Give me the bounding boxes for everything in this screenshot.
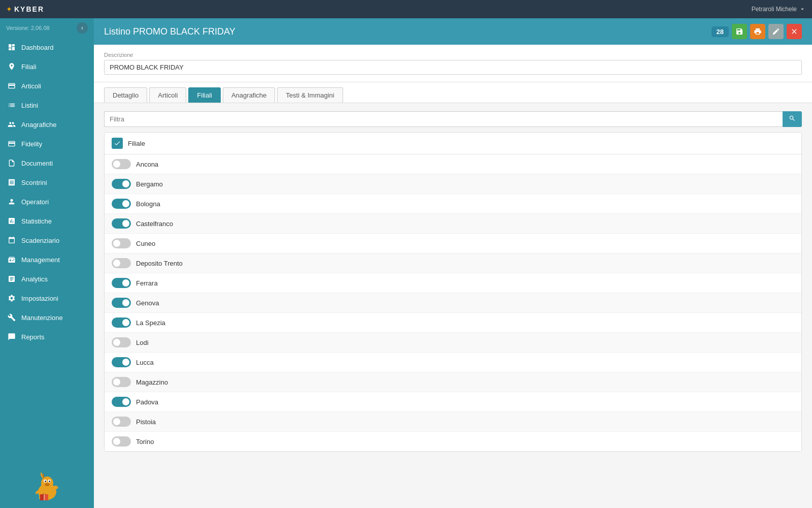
- filiali-row: Bologna: [105, 194, 801, 214]
- filter-search-button[interactable]: [783, 111, 802, 127]
- sidebar-item-impostazioni[interactable]: Impostazioni: [0, 289, 94, 308]
- analytics-icon: [7, 274, 16, 283]
- sidebar-item-filiali[interactable]: Filiali: [0, 57, 94, 76]
- sidebar-item-statistiche[interactable]: Statistiche: [0, 211, 94, 231]
- filiali-icon: [7, 62, 16, 71]
- toggle-slider: [112, 199, 131, 209]
- statistiche-icon: [7, 216, 16, 226]
- print-icon: [754, 27, 762, 36]
- form-area: Descrizione: [94, 45, 812, 82]
- sidebar-item-anagrafiche[interactable]: Anagrafiche: [0, 115, 94, 134]
- edit-icon: [772, 27, 780, 36]
- description-input[interactable]: [104, 60, 802, 75]
- sidebar-item-listini[interactable]: Listini: [0, 96, 94, 115]
- dashboard-icon: [7, 43, 16, 52]
- filiale-name: Ancona: [136, 161, 158, 168]
- sidebar-item-articoli[interactable]: Articoli: [0, 76, 94, 96]
- operatori-icon: [7, 197, 16, 206]
- sidebar-item-label: Documenti: [21, 160, 53, 167]
- select-all-checkbox[interactable]: [112, 138, 123, 149]
- sidebar-item-label: Operatori: [21, 198, 49, 206]
- sidebar-nav: Dashboard Filiali Articoli: [0, 38, 94, 463]
- toggle-bergamo[interactable]: [112, 179, 131, 189]
- filiali-table-header: Filiale: [105, 133, 801, 154]
- edit-button[interactable]: [768, 24, 784, 39]
- filiale-name: Ferrara: [136, 279, 158, 287]
- tab-filiali[interactable]: Filiali: [188, 87, 221, 103]
- delete-button[interactable]: [787, 24, 802, 39]
- print-button[interactable]: [750, 24, 765, 39]
- anagrafiche-icon: [7, 120, 16, 129]
- filiale-name: Bergamo: [136, 180, 163, 188]
- filiali-row: Castelfranco: [105, 214, 801, 234]
- sidebar-item-scontrini[interactable]: Scontrini: [0, 173, 94, 192]
- toggle-genova[interactable]: [112, 298, 131, 308]
- save-icon: [735, 27, 743, 36]
- sidebar-item-label: Anagrafiche: [21, 121, 56, 129]
- sidebar-item-label: Analytics: [21, 275, 48, 283]
- filiale-name: Lucca: [136, 359, 154, 366]
- filiale-name: Cuneo: [136, 240, 155, 247]
- sidebar-item-analytics[interactable]: Analytics: [0, 269, 94, 289]
- sidebar-item-fidelity[interactable]: Fidelity: [0, 134, 94, 153]
- toggle-slider: [112, 318, 131, 328]
- save-button[interactable]: [732, 24, 747, 39]
- filiali-row: La Spezia: [105, 313, 801, 333]
- toggle-lucca[interactable]: [112, 357, 131, 367]
- sidebar-item-dashboard[interactable]: Dashboard: [0, 38, 94, 57]
- app-name: KYBER: [14, 5, 44, 13]
- toggle-cuneo[interactable]: [112, 238, 131, 248]
- tab-anagrafiche[interactable]: Anagrafiche: [223, 87, 275, 103]
- fidelity-icon: [7, 139, 16, 148]
- toggle-deposito-trento[interactable]: [112, 258, 131, 268]
- listini-icon: [7, 101, 16, 110]
- tab-dettaglio[interactable]: Dettaglio: [104, 87, 147, 103]
- tab-testi-immagini[interactable]: Testi & Immagini: [277, 87, 343, 103]
- sidebar-collapse-button[interactable]: ‹: [77, 22, 88, 34]
- svg-point-6: [45, 483, 50, 486]
- toggle-torino[interactable]: [112, 436, 131, 447]
- mascot-area: [0, 463, 94, 508]
- filiali-row: Pistoia: [105, 412, 801, 432]
- svg-rect-10: [40, 494, 44, 500]
- check-icon: [114, 140, 121, 147]
- toggle-slider: [112, 179, 131, 189]
- sidebar-item-reports[interactable]: Reports: [0, 327, 94, 346]
- toggle-magazzino[interactable]: [112, 377, 131, 387]
- sidebar-item-operatori[interactable]: Operatori: [0, 192, 94, 211]
- sidebar-item-scadenziario[interactable]: Scadenziario: [0, 231, 94, 250]
- manutenzione-icon: [7, 313, 16, 322]
- sidebar-item-label: Listini: [21, 102, 38, 109]
- sidebar-item-label: Impostazioni: [21, 295, 58, 302]
- toggle-ferrara[interactable]: [112, 278, 131, 288]
- sidebar-item-label: Articoli: [21, 82, 41, 90]
- toggle-slider: [112, 377, 131, 387]
- filiali-row: Ferrara: [105, 273, 801, 293]
- toggle-slider: [112, 218, 131, 229]
- toggle-la-spezia[interactable]: [112, 318, 131, 328]
- description-label: Descrizione: [104, 52, 802, 58]
- filiale-column-header: Filiale: [128, 140, 145, 147]
- toggle-castelfranco[interactable]: [112, 218, 131, 229]
- toggle-slider: [112, 436, 131, 447]
- tab-content-filiali: Filiale AnconaBergamoBolognaCastelfranco…: [94, 103, 812, 508]
- filiale-name: Deposito Trento: [136, 260, 183, 267]
- toggle-lodi[interactable]: [112, 337, 131, 347]
- filiali-row: Torino: [105, 432, 801, 451]
- toggle-ancona[interactable]: [112, 159, 131, 169]
- toggle-bologna[interactable]: [112, 199, 131, 209]
- sidebar-version: Versione: 2.06.08 ‹: [0, 18, 94, 38]
- main-content: Listino PROMO BLACK FRIDAY 28 Descrizion: [94, 18, 812, 508]
- filter-input[interactable]: [104, 111, 783, 127]
- filiali-row: Lucca: [105, 353, 801, 372]
- filiale-name: Castelfranco: [136, 220, 173, 228]
- toggle-slider: [112, 258, 131, 268]
- toggle-padova[interactable]: [112, 397, 131, 407]
- toggle-pistoia[interactable]: [112, 417, 131, 427]
- tab-articoli[interactable]: Articoli: [149, 87, 186, 103]
- sidebar-item-documenti[interactable]: Documenti: [0, 153, 94, 173]
- sidebar-item-manutenzione[interactable]: Manutenzione: [0, 308, 94, 327]
- sidebar-item-management[interactable]: Management: [0, 250, 94, 269]
- toggle-slider: [112, 159, 131, 169]
- mascot-dinosaur-icon: [32, 469, 62, 502]
